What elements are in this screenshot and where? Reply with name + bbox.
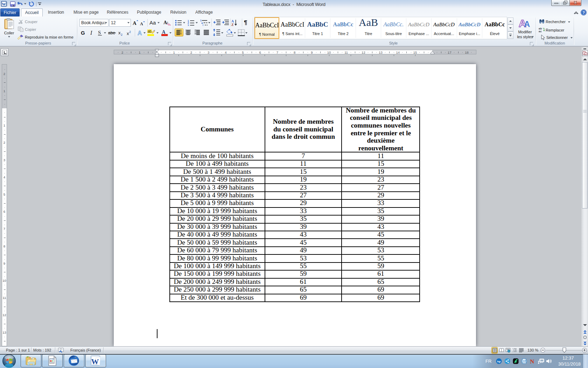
svg-text:S: S xyxy=(98,30,101,35)
svg-text:G: G xyxy=(81,30,85,36)
svg-text:A: A xyxy=(138,30,142,36)
svg-text:A: A xyxy=(231,19,234,23)
svg-text:hp: hp xyxy=(497,360,501,363)
svg-text:ac: ac xyxy=(539,30,542,33)
svg-text:A: A xyxy=(162,29,166,35)
svg-text:W: W xyxy=(2,2,6,7)
svg-text:x: x xyxy=(118,30,121,35)
svg-text:2: 2 xyxy=(121,33,122,36)
svg-text:3: 3 xyxy=(188,24,189,26)
svg-text:2: 2 xyxy=(129,30,131,34)
svg-text:x: x xyxy=(127,31,129,36)
svg-text:Aa: Aa xyxy=(149,20,156,26)
svg-text:N: N xyxy=(530,358,534,364)
svg-text:?: ? xyxy=(582,11,585,15)
svg-text:ab: ab xyxy=(148,29,152,33)
svg-text:A: A xyxy=(133,20,136,26)
svg-text:¶: ¶ xyxy=(244,19,247,26)
svg-text:I: I xyxy=(90,30,92,36)
svg-text:A: A xyxy=(524,19,530,29)
svg-text:i: i xyxy=(203,24,203,26)
svg-text:W: W xyxy=(91,357,99,366)
svg-text:A: A xyxy=(140,21,143,26)
svg-text:Z: Z xyxy=(231,23,234,26)
svg-text:a: a xyxy=(167,20,168,24)
